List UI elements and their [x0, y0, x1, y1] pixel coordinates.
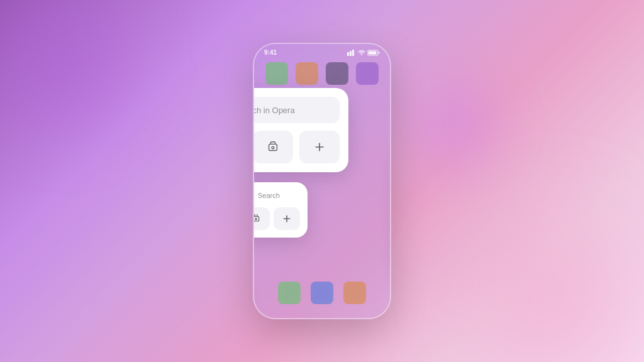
large-widget-buttons [253, 131, 340, 163]
small-widget: Search [253, 182, 308, 238]
small-private-tab-button[interactable] [253, 207, 270, 230]
phone-mockup: 9:41 [253, 43, 391, 319]
small-private-tab-icon [253, 214, 261, 224]
opera-logo-small [253, 190, 254, 201]
app-icon [296, 62, 318, 85]
svg-rect-19 [253, 217, 259, 221]
signal-icon [347, 50, 356, 56]
new-tab-button[interactable] [299, 131, 340, 163]
svg-rect-1 [350, 51, 352, 56]
status-icons [347, 50, 380, 56]
svg-point-16 [253, 190, 253, 200]
app-icon [326, 62, 348, 85]
status-bar: 9:41 [254, 44, 390, 58]
top-app-row [254, 58, 390, 89]
svg-point-13 [272, 146, 274, 149]
small-widget-buttons [253, 207, 300, 230]
app-icon [311, 282, 333, 304]
time-display: 9:41 [264, 49, 277, 56]
svg-rect-2 [352, 50, 354, 56]
small-search-bar[interactable]: Search [253, 190, 300, 201]
small-new-tab-button[interactable] [274, 207, 301, 230]
battery-icon [367, 50, 380, 56]
private-tab-button[interactable] [253, 131, 293, 163]
svg-rect-12 [269, 144, 277, 150]
svg-point-20 [255, 218, 257, 220]
bottom-app-row [268, 278, 376, 308]
app-icon [356, 62, 379, 85]
app-icon [343, 282, 366, 304]
app-icon [265, 62, 288, 85]
small-add-icon [282, 214, 292, 224]
svg-rect-0 [347, 52, 349, 56]
svg-rect-5 [369, 51, 377, 54]
add-icon [313, 141, 326, 153]
app-icon [278, 282, 301, 304]
large-widget: Search in Opera [253, 88, 348, 172]
large-search-bar[interactable]: Search in Opera [253, 97, 340, 123]
wifi-icon [358, 50, 365, 56]
large-search-placeholder: Search in Opera [253, 106, 331, 115]
private-tab-icon [266, 140, 280, 154]
small-search-placeholder: Search [258, 192, 280, 199]
svg-rect-4 [379, 52, 380, 53]
